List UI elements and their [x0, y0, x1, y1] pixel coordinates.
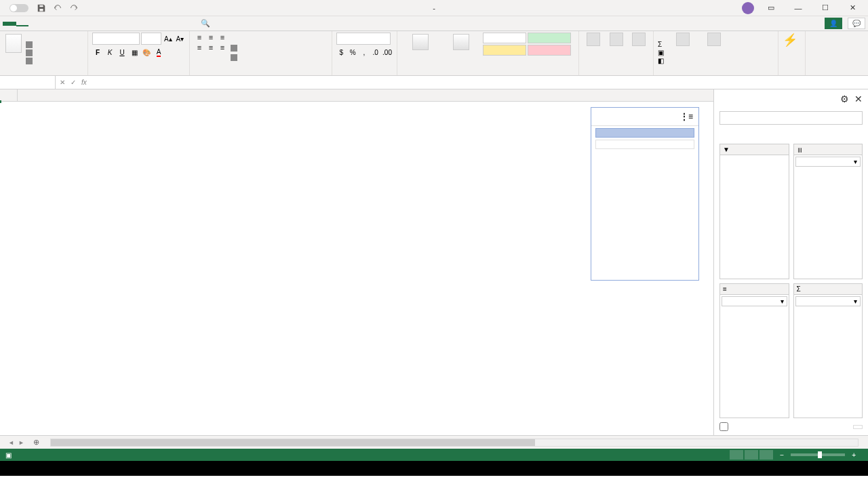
page-layout-view-icon[interactable] — [745, 450, 758, 460]
redo-icon[interactable] — [69, 3, 79, 13]
area-values[interactable]: Σ ▾ — [793, 283, 863, 419]
decrease-font-icon[interactable]: A▾ — [175, 33, 186, 44]
slicer-item-juli[interactable] — [595, 128, 694, 138]
style-schlecht[interactable] — [528, 45, 571, 56]
copy-button[interactable] — [26, 49, 35, 56]
select-all-corner[interactable] — [0, 89, 18, 101]
font-size-select[interactable] — [141, 33, 161, 45]
area-rows[interactable]: ≡ ▾ — [719, 283, 789, 419]
style-standard[interactable] — [483, 33, 526, 43]
merge-center-button[interactable] — [231, 54, 239, 61]
avatar[interactable] — [742, 2, 754, 14]
increase-decimal-icon[interactable]: .0 — [370, 47, 380, 58]
delete-cells-button[interactable] — [606, 33, 627, 73]
tab-formulas[interactable] — [53, 22, 65, 26]
tab-view[interactable] — [90, 22, 102, 26]
align-bottom-icon[interactable]: ≡ — [217, 33, 228, 42]
area-item-vals[interactable]: ▾ — [795, 296, 861, 306]
autosum-button[interactable]: Σ — [658, 41, 666, 48]
save-icon[interactable] — [37, 3, 46, 13]
cancel-formula-icon[interactable]: ✕ — [60, 79, 65, 86]
fx-icon[interactable]: fx — [81, 79, 87, 86]
tab-design[interactable] — [175, 22, 187, 26]
align-middle-icon[interactable]: ≡ — [205, 33, 216, 42]
slicer-monat[interactable]: ⋮≡ — [591, 107, 699, 281]
tab-start[interactable] — [16, 21, 28, 26]
tab-help[interactable] — [114, 22, 126, 26]
find-select-button[interactable] — [700, 33, 728, 73]
fieldpane-close-icon[interactable]: ✕ — [854, 94, 863, 104]
number-format-select[interactable] — [336, 33, 391, 45]
close-icon[interactable]: ✕ — [842, 0, 863, 16]
percent-icon[interactable]: % — [348, 47, 358, 58]
zoom-slider[interactable] — [791, 453, 845, 456]
comma-icon[interactable]: , — [359, 47, 370, 58]
sheet-nav[interactable]: ◄► — [3, 439, 30, 446]
record-macro-icon[interactable]: ▣ — [5, 451, 12, 459]
tab-factset[interactable] — [126, 22, 138, 26]
align-top-icon[interactable]: ≡ — [194, 33, 205, 42]
tab-data[interactable] — [65, 22, 77, 26]
accept-formula-icon[interactable]: ✓ — [71, 79, 76, 86]
horizontal-scrollbar[interactable] — [50, 439, 859, 447]
toggle-switch[interactable] — [9, 4, 28, 12]
zoom-out-icon[interactable]: − — [780, 451, 784, 459]
currency-icon[interactable]: $ — [336, 47, 347, 58]
wrap-text-button[interactable] — [231, 45, 239, 52]
underline-button[interactable]: U — [117, 47, 127, 58]
tell-me-search[interactable]: 🔍 — [201, 19, 213, 28]
tab-fuzzy[interactable] — [138, 22, 151, 26]
clear-button[interactable]: ◧ — [658, 57, 666, 64]
ribbon-display-icon[interactable]: ▭ — [761, 0, 781, 16]
paste-button[interactable] — [4, 33, 23, 73]
maximize-icon[interactable]: ☐ — [815, 0, 835, 16]
undo-icon[interactable] — [53, 3, 62, 13]
border-button[interactable]: ▦ — [129, 47, 140, 58]
format-table-button[interactable] — [442, 33, 480, 73]
conditional-format-button[interactable] — [401, 33, 439, 73]
style-neutral[interactable] — [483, 45, 526, 56]
fieldpane-search[interactable] — [719, 111, 863, 125]
refresh-button[interactable] — [853, 425, 863, 429]
sort-filter-button[interactable] — [669, 33, 697, 73]
slicer-item-august[interactable] — [595, 140, 694, 149]
cut-button[interactable] — [26, 41, 35, 48]
comments-button[interactable]: 💬 — [848, 18, 865, 29]
tab-analyze[interactable] — [163, 22, 175, 26]
zoom-in-icon[interactable]: + — [852, 451, 856, 459]
tab-powerpivot[interactable] — [151, 22, 163, 26]
ideas-button[interactable]: ⚡ — [783, 33, 796, 73]
tab-review[interactable] — [77, 22, 90, 26]
autosave-toggle[interactable] — [5, 4, 28, 12]
area-filter[interactable]: ▼ — [719, 144, 789, 279]
bold-button[interactable]: F — [92, 47, 103, 58]
font-name-select[interactable] — [92, 33, 140, 45]
area-item-rows[interactable]: ▾ — [722, 296, 787, 306]
fieldpane-gear-icon[interactable]: ⚙ — [840, 94, 849, 104]
slicer-multiselect-icon[interactable]: ⋮≡ — [680, 112, 693, 121]
page-break-view-icon[interactable] — [760, 450, 773, 460]
align-left-icon[interactable]: ≡ — [194, 43, 205, 52]
style-gut[interactable] — [528, 33, 571, 43]
tab-file[interactable] — [3, 22, 16, 26]
add-sheet-button[interactable]: ⊕ — [30, 438, 43, 447]
align-right-icon[interactable]: ≡ — [217, 43, 228, 52]
share-button[interactable]: 👤 — [825, 18, 842, 29]
minimize-icon[interactable]: — — [788, 0, 808, 16]
format-painter-button[interactable] — [26, 58, 35, 64]
area-item-cols[interactable]: ▾ — [795, 157, 861, 167]
tab-dev[interactable] — [102, 22, 114, 26]
insert-cells-button[interactable] — [583, 33, 604, 73]
align-center-icon[interactable]: ≡ — [205, 43, 216, 52]
tab-insert[interactable] — [28, 22, 41, 26]
spreadsheet-grid[interactable]: ⋮≡ — [0, 89, 713, 435]
decrease-decimal-icon[interactable]: .00 — [382, 47, 393, 58]
increase-font-icon[interactable]: A▴ — [163, 33, 174, 44]
normal-view-icon[interactable] — [730, 450, 743, 460]
italic-button[interactable]: K — [104, 47, 115, 58]
defer-layout-checkbox[interactable] — [719, 422, 728, 431]
font-color-button[interactable]: A — [153, 47, 164, 58]
format-cells-button[interactable] — [629, 33, 649, 73]
tab-layout[interactable] — [41, 22, 53, 26]
area-columns[interactable]: ⫼ ▾ — [793, 144, 863, 279]
